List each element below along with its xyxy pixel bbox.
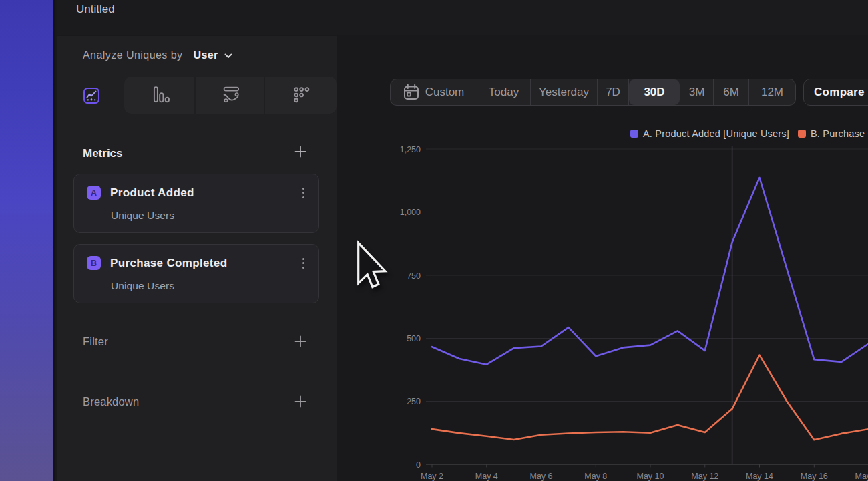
svg-text:1,000: 1,000 — [400, 208, 421, 217]
svg-text:May 14: May 14 — [746, 472, 773, 481]
svg-text:750: 750 — [407, 271, 421, 281]
svg-text:May 8: May 8 — [584, 472, 607, 481]
svg-text:500: 500 — [407, 334, 421, 343]
svg-text:May 4: May 4 — [475, 472, 498, 481]
svg-text:May 18: May 18 — [855, 472, 868, 481]
svg-text:May 16: May 16 — [801, 472, 828, 481]
svg-text:250: 250 — [407, 397, 421, 406]
svg-text:May 12: May 12 — [691, 472, 718, 481]
svg-text:1,250: 1,250 — [400, 145, 421, 154]
svg-text:May 10: May 10 — [637, 472, 664, 481]
svg-text:May 2: May 2 — [421, 472, 443, 481]
svg-text:0: 0 — [416, 460, 421, 470]
svg-text:May 6: May 6 — [529, 472, 552, 481]
